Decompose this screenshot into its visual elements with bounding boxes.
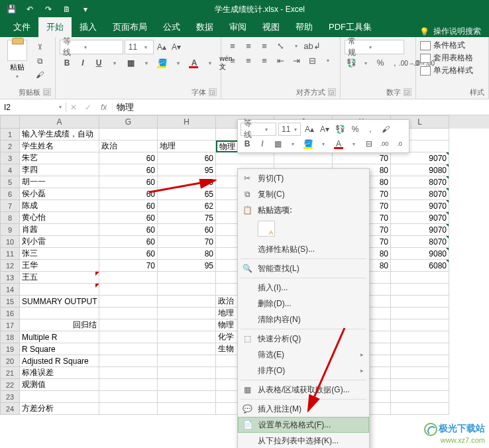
qat-more[interactable]: ▾ (77, 2, 94, 17)
tab-home[interactable]: 开始 (38, 17, 72, 37)
cell[interactable]: 9070 (391, 224, 449, 236)
tab-view[interactable]: 视图 (254, 17, 288, 37)
tab-help[interactable]: 帮助 (288, 17, 321, 37)
cell[interactable] (20, 308, 99, 319)
cell[interactable]: 60 (99, 188, 158, 200)
row-header[interactable]: 11 (0, 248, 20, 260)
fill-color-button[interactable]: 🪣 (155, 57, 170, 69)
mini-accounting[interactable]: 💱 (333, 123, 347, 135)
row-header[interactable]: 6 (0, 188, 20, 200)
cell[interactable] (391, 379, 449, 391)
number-launcher[interactable]: ◲ (404, 88, 411, 96)
cell[interactable] (158, 296, 216, 308)
cell[interactable]: 70 (158, 236, 216, 248)
cell[interactable] (158, 403, 216, 415)
cell[interactable] (158, 272, 216, 284)
row-header[interactable]: 17 (0, 319, 20, 331)
cut-button[interactable]: ✂ (34, 40, 46, 54)
row-header[interactable]: 15 (0, 296, 20, 308)
cell[interactable] (99, 284, 158, 296)
cell[interactable]: 刘小雷 (20, 236, 99, 248)
cell[interactable]: 60 (99, 152, 158, 164)
redo-button[interactable]: ↷ (40, 2, 57, 17)
cell[interactable]: 观测值 (20, 379, 99, 391)
row-header[interactable]: 4 (0, 164, 20, 176)
ctx-insert[interactable]: 插入(I)... (238, 280, 369, 296)
mini-font-color[interactable]: A (332, 138, 345, 150)
cell[interactable]: 8070 (391, 176, 449, 188)
cell[interactable]: 回归结 (20, 319, 99, 331)
mini-decrease-font[interactable]: A▾ (318, 123, 331, 135)
cell[interactable]: 60 (99, 248, 158, 260)
cell[interactable]: 肖茜 (20, 224, 99, 236)
cell[interactable]: 陈成 (20, 200, 99, 212)
cell[interactable]: 80 (158, 248, 216, 260)
decrease-font-button[interactable]: A▾ (170, 41, 183, 53)
orientation-button[interactable]: ⤡ (273, 40, 288, 52)
row-header[interactable]: 18 (0, 331, 20, 343)
cell-styles-button[interactable]: 单元格样式 (420, 65, 473, 76)
cell[interactable]: 王华 (20, 260, 99, 272)
row-header[interactable]: 3 (0, 152, 20, 164)
indent-increase-button[interactable]: ⇥ (289, 54, 303, 66)
tab-formulas[interactable]: 公式 (155, 17, 188, 37)
ctx-copy[interactable]: ⧉复制(C) (238, 186, 369, 202)
cell[interactable] (99, 331, 158, 343)
cell[interactable] (99, 355, 158, 367)
mini-dec-dec[interactable]: .0 (393, 138, 406, 150)
select-all-corner[interactable] (0, 115, 20, 129)
align-right-button[interactable]: ≡ (257, 54, 272, 66)
tab-review[interactable]: 审阅 (221, 17, 254, 37)
underline-button[interactable]: U (91, 57, 106, 69)
mini-percent[interactable]: % (349, 123, 362, 135)
cell[interactable]: 60 (99, 200, 158, 212)
copy-button[interactable]: ⧉ (33, 55, 46, 67)
cell[interactable] (158, 367, 216, 379)
cell[interactable] (391, 296, 449, 308)
mini-comma[interactable]: , (364, 123, 377, 135)
format-as-table-button[interactable]: 套用表格格 (420, 52, 473, 64)
ctx-cut[interactable]: ✂剪切(T) (238, 170, 369, 186)
bold-button[interactable]: B (60, 57, 74, 69)
fx-button[interactable]: fx (95, 103, 113, 112)
cell[interactable] (391, 343, 449, 355)
cell[interactable]: 标准误差 (20, 367, 99, 379)
cell[interactable]: 60 (99, 212, 158, 224)
enter-button[interactable]: ✓ (81, 103, 95, 112)
accounting-button[interactable]: 💱 (345, 57, 358, 69)
row-header[interactable]: 21 (0, 367, 20, 379)
merge-button[interactable]: ⊟ (305, 54, 319, 66)
cell[interactable]: 李四 (20, 164, 99, 176)
row-header[interactable]: 20 (0, 355, 20, 367)
ctx-clear[interactable]: 清除内容(N) (238, 311, 369, 327)
row-header[interactable]: 2 (0, 140, 20, 152)
font-size-combo[interactable]: 11▾ (125, 40, 154, 54)
cell[interactable] (158, 284, 216, 296)
ctx-format-cells[interactable]: 📄设置单元格格式(F)... (238, 417, 369, 433)
align-center-button[interactable]: ≡ (241, 54, 256, 66)
paste-values-button[interactable] (258, 221, 275, 237)
cell[interactable]: 8070 (391, 236, 449, 248)
cell[interactable] (391, 355, 449, 367)
undo-button[interactable]: ↶ (21, 2, 38, 17)
cell[interactable] (99, 272, 158, 284)
row-header[interactable]: 1 (0, 129, 20, 140)
row-header[interactable]: 16 (0, 308, 20, 319)
cell[interactable]: 朱艺 (20, 152, 99, 164)
cell[interactable] (158, 129, 216, 140)
mini-merge[interactable]: ⊟ (362, 138, 376, 150)
cell[interactable]: R Square (20, 343, 99, 355)
clipboard-launcher[interactable]: ◲ (43, 88, 51, 96)
cell[interactable]: Adjusted R Square (20, 355, 99, 367)
cell[interactable]: 60 (158, 152, 216, 164)
increase-font-button[interactable]: A▴ (155, 41, 168, 53)
cell[interactable]: 8070 (391, 188, 449, 200)
cell[interactable]: 地理 (158, 140, 216, 152)
cell[interactable]: 方差分析 (20, 403, 99, 415)
ctx-dropdown-select[interactable]: 从下拉列表中选择(K)... (238, 433, 369, 448)
align-launcher[interactable]: ◲ (328, 88, 336, 96)
row-header[interactable]: 23 (0, 391, 20, 403)
cell[interactable] (99, 403, 158, 415)
ctx-quick-analysis[interactable]: ⬚快速分析(Q) (238, 331, 369, 347)
cell[interactable]: 95 (158, 164, 216, 176)
